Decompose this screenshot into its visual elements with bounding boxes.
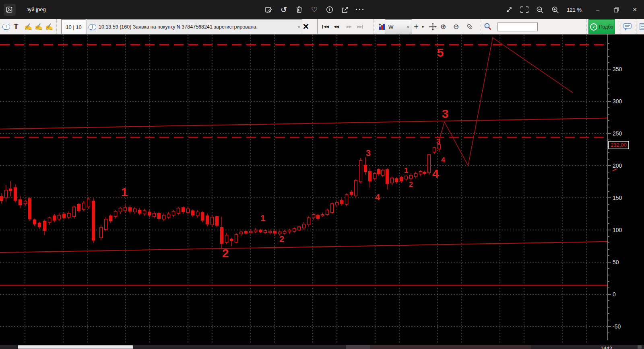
trendlines [0, 118, 608, 253]
partial-bottom-text: 1442 [601, 345, 612, 349]
forward-glyph: ▶▶ [347, 25, 351, 29]
timeframe-value: W [388, 24, 393, 30]
search-button[interactable] [484, 19, 492, 34]
scrollbar-track-tint [346, 345, 370, 349]
favorite-button[interactable]: ♡ [307, 3, 322, 16]
horizontal-scrollbar[interactable]: 1442 [0, 345, 644, 349]
rewind-glyph: ◀◀ [324, 25, 328, 29]
scrollbar-track-tint [370, 345, 531, 349]
svg-text:350: 350 [613, 66, 622, 72]
search-icon [484, 23, 492, 31]
notes-button[interactable] [639, 19, 644, 34]
info-icon [326, 6, 333, 13]
clear-message-button[interactable]: ✕ [300, 19, 312, 34]
trading-toolbar: ! T ✍ ✍ ✍ 10 | 10 i 10:13:59 (160) Заявк… [0, 19, 644, 34]
share-button[interactable] [337, 3, 353, 16]
zoom-out-chart-button[interactable]: ⊖ [453, 19, 459, 34]
document-icon [639, 23, 644, 31]
svg-text:3: 3 [436, 138, 440, 146]
scrollbar-end-button[interactable] [638, 345, 642, 349]
svg-text:2: 2 [409, 181, 413, 189]
selection-button[interactable]: ✓ Подбо [588, 19, 615, 35]
text-tool-button[interactable]: T [14, 19, 19, 34]
link-tool-button[interactable] [466, 19, 473, 34]
edit-image-button[interactable] [261, 3, 276, 16]
more-button[interactable]: ··· [353, 3, 368, 16]
fit-screen-button[interactable] [517, 3, 532, 16]
paperclip-icon [466, 23, 473, 30]
status-message: 10:13:59 (160) Заявка на покупку N 37847… [99, 24, 258, 30]
rewind-glyph: ◀◀ [334, 25, 339, 29]
skip-last-button[interactable]: ▶▶ [357, 19, 363, 34]
hand-tool-icon-3[interactable]: ✍ [45, 19, 53, 34]
caption-buttons: – ✕ [588, 0, 644, 19]
svg-text:50: 50 [613, 259, 619, 265]
zoom-percentage: 121 % [567, 7, 582, 13]
hand-tool-icon-2[interactable]: ✍ [35, 19, 43, 34]
rotate-button[interactable]: ↺ [276, 3, 291, 16]
trash-icon [296, 6, 303, 13]
delete-button[interactable] [291, 3, 307, 16]
bar-glyph [362, 25, 363, 29]
svg-text:0: 0 [613, 291, 616, 298]
svg-text:4: 4 [375, 192, 380, 202]
svg-text:1: 1 [260, 213, 265, 223]
actual-size-button[interactable] [502, 3, 517, 16]
scrollbar-thumb[interactable] [18, 345, 133, 349]
svg-text:150: 150 [613, 195, 622, 201]
messages-button[interactable] [623, 19, 632, 34]
svg-text:100: 100 [613, 227, 622, 233]
svg-text:4: 4 [441, 156, 445, 164]
projection-line [439, 38, 573, 166]
timeframe-select[interactable]: W ˅ [385, 19, 412, 35]
price-axis: 350300250200150100500-50 [608, 34, 622, 340]
edit-image-icon [265, 6, 272, 14]
add-indicator-button[interactable]: + [414, 19, 419, 34]
info-button[interactable] [322, 3, 337, 16]
move-icon [429, 23, 437, 31]
svg-text:300: 300 [613, 98, 622, 105]
bar-glyph [322, 25, 323, 29]
svg-text:250: 250 [613, 130, 622, 137]
zoom-out-button[interactable] [532, 3, 547, 16]
image-icon [6, 6, 13, 13]
pan-tool-button[interactable] [429, 19, 437, 34]
search-input[interactable] [497, 23, 538, 31]
toolbar-separator [620, 19, 620, 34]
toolbar-separator [56, 19, 57, 34]
next-button[interactable]: ▶▶ [347, 19, 351, 34]
svg-text:2: 2 [222, 246, 229, 260]
price-chart: 1212341243435350300250200150100500-50232… [0, 34, 644, 345]
candles [0, 139, 441, 248]
chat-icon [623, 23, 632, 31]
svg-text:2: 2 [279, 234, 284, 244]
indicator-caret-button[interactable]: ▾ [422, 19, 424, 34]
restore-icon [614, 7, 619, 12]
fit-screen-icon [520, 6, 528, 13]
close-button[interactable]: ✕ [625, 0, 644, 19]
window-title: зуй.jpeg [27, 0, 46, 19]
forward-glyph: ▶▶ [357, 25, 362, 29]
zoom-in-icon [551, 6, 559, 14]
restore-button[interactable] [607, 0, 625, 19]
message-counter: 10 | 10 [61, 19, 86, 35]
level-lines [0, 45, 608, 285]
photos-titlebar: зуй.jpeg ↺ ♡ [0, 0, 644, 19]
skip-first-button[interactable]: ◀◀ [322, 19, 328, 34]
bar-chart-icon [378, 23, 385, 30]
hand-tool-icon-1[interactable]: ✍ [24, 19, 32, 34]
toolbar-separator [480, 19, 480, 34]
zoom-in-button[interactable] [547, 3, 563, 16]
message-dropdown[interactable]: i 10:13:59 (160) Заявка на покупку N 378… [87, 19, 302, 35]
toolbar-separator [374, 19, 374, 34]
zoom-out-icon [536, 6, 544, 14]
svg-text:232,00: 232,00 [611, 142, 627, 148]
zoom-in-chart-button[interactable]: ⊕ [440, 19, 446, 34]
svg-text:3: 3 [366, 148, 371, 158]
prev-button[interactable]: ◀◀ [334, 19, 339, 34]
alert-balloon-button[interactable]: ! [2, 19, 10, 34]
svg-text:3: 3 [442, 107, 449, 120]
minimize-button[interactable]: – [588, 0, 607, 19]
app-image-button[interactable] [4, 4, 16, 16]
chart-type-button[interactable] [378, 19, 385, 34]
